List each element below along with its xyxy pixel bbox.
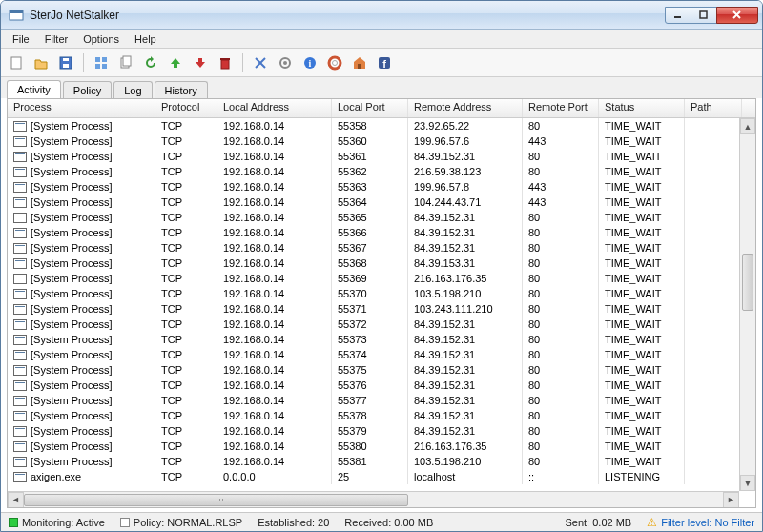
open-icon[interactable] <box>31 53 51 72</box>
minimize-button[interactable] <box>665 7 691 24</box>
table-row[interactable]: [System Process]TCP192.168.0.145536884.3… <box>8 256 755 271</box>
table-row[interactable]: [System Process]TCP192.168.0.145537884.3… <box>8 408 755 423</box>
scroll-down-icon[interactable]: ▼ <box>740 475 755 491</box>
table-row[interactable]: [System Process]TCP192.168.0.145537684.3… <box>8 378 755 393</box>
table-row[interactable]: [System Process]TCP192.168.0.1455360199.… <box>8 133 755 149</box>
table-row[interactable]: [System Process]TCP192.168.0.145536684.3… <box>8 225 755 240</box>
table-row[interactable]: [System Process]TCP192.168.0.145537384.3… <box>8 332 755 347</box>
scroll-right-icon[interactable]: ► <box>723 492 739 508</box>
table-row[interactable]: [System Process]TCP192.168.0.1455380216.… <box>8 439 755 454</box>
scroll-up-icon[interactable]: ▲ <box>740 118 755 134</box>
table-row[interactable]: [System Process]TCP192.168.0.1455363199.… <box>8 179 755 194</box>
svg-rect-6 <box>11 57 21 69</box>
new-icon[interactable] <box>7 53 26 72</box>
table-row[interactable]: [System Process]TCP192.168.0.145537784.3… <box>8 393 755 408</box>
table-row[interactable]: [System Process]TCP192.168.0.145537584.3… <box>8 362 755 378</box>
scroll-thumb[interactable] <box>24 494 408 506</box>
svg-rect-19 <box>220 58 230 60</box>
table-row[interactable]: [System Process]TCP192.168.0.145535823.9… <box>8 118 755 133</box>
process-icon <box>13 243 27 254</box>
vertical-scrollbar[interactable]: ▲ ▼ <box>739 118 755 491</box>
table-row[interactable]: [System Process]TCP192.168.0.1455362216.… <box>8 164 755 179</box>
table-row[interactable]: [System Process]TCP192.168.0.145537484.3… <box>8 347 755 362</box>
horizontal-scrollbar[interactable]: ◄ ► <box>8 491 739 507</box>
menu-file[interactable]: File <box>5 31 37 47</box>
scroll-left-icon[interactable]: ◄ <box>8 492 24 508</box>
svg-text:f: f <box>382 58 386 70</box>
col-local-address[interactable]: Local Address <box>217 99 332 117</box>
process-icon <box>13 258 27 269</box>
col-process[interactable]: Process <box>8 99 155 117</box>
warning-icon: ⚠ <box>647 516 657 529</box>
home-icon[interactable] <box>350 53 369 72</box>
svg-rect-15 <box>123 56 131 66</box>
process-icon <box>13 121 27 132</box>
lifebuoy-icon[interactable] <box>325 53 344 72</box>
svg-rect-18 <box>221 60 229 69</box>
table-row[interactable]: [System Process]TCP192.168.0.1455364104.… <box>8 194 755 210</box>
tab-log[interactable]: Log <box>113 81 152 99</box>
svg-rect-12 <box>95 64 100 69</box>
table-row[interactable]: [System Process]TCP192.168.0.145537284.3… <box>8 317 755 332</box>
facebook-icon[interactable]: f <box>375 53 394 72</box>
process-icon <box>13 426 27 437</box>
col-remote-port[interactable]: Remote Port <box>523 99 599 117</box>
process-icon <box>13 167 27 177</box>
save-icon[interactable] <box>56 53 75 72</box>
menu-help[interactable]: Help <box>127 31 164 47</box>
info-icon[interactable]: i <box>300 53 320 72</box>
window-buttons <box>666 7 758 24</box>
monitoring-indicator-icon <box>9 518 18 527</box>
table-row[interactable]: axigen.exeTCP0.0.0.025localhost::LISTENI… <box>8 469 755 484</box>
close-button[interactable] <box>716 7 758 24</box>
svg-rect-28 <box>358 64 361 69</box>
arrow-down-icon[interactable] <box>191 53 210 72</box>
arrow-up-icon[interactable] <box>166 53 185 72</box>
col-status[interactable]: Status <box>599 99 685 117</box>
tab-activity[interactable]: Activity <box>7 80 61 99</box>
delete-icon[interactable] <box>216 53 235 72</box>
sent-text: Sent: 0.02 MB <box>565 517 631 528</box>
svg-rect-1 <box>10 10 23 13</box>
process-icon <box>13 228 27 238</box>
copy-icon[interactable] <box>116 53 135 72</box>
col-protocol[interactable]: Protocol <box>155 99 217 117</box>
tab-policy[interactable]: Policy <box>63 81 112 99</box>
maximize-button[interactable] <box>691 7 717 24</box>
svg-rect-8 <box>63 64 69 68</box>
table-row[interactable]: [System Process]TCP192.168.0.145536584.3… <box>8 210 755 225</box>
svg-rect-13 <box>102 64 107 69</box>
grid-icon[interactable] <box>92 53 111 72</box>
settings-icon[interactable] <box>276 53 295 72</box>
tab-history[interactable]: History <box>155 81 208 99</box>
status-bar: Monitoring: Active Policy: NORMAL.RLSP E… <box>1 512 762 531</box>
menu-filter[interactable]: Filter <box>37 31 75 47</box>
menu-bar: File Filter Options Help <box>1 30 762 49</box>
process-icon <box>13 274 27 284</box>
col-remote-address[interactable]: Remote Address <box>408 99 523 117</box>
refresh-icon[interactable] <box>141 53 160 72</box>
monitoring-text: Monitoring: Active <box>22 517 105 528</box>
table-row[interactable]: [System Process]TCP192.168.0.1455371103.… <box>8 301 755 317</box>
table-body[interactable]: [System Process]TCP192.168.0.145535823.9… <box>8 118 755 488</box>
kill-process-icon[interactable] <box>251 53 270 72</box>
col-local-port[interactable]: Local Port <box>332 99 408 117</box>
scroll-thumb[interactable] <box>742 254 753 311</box>
status-policy: Policy: NORMAL.RLSP <box>113 513 250 531</box>
table-row[interactable]: [System Process]TCP192.168.0.145536184.3… <box>8 149 755 164</box>
status-sent: Sent: 0.02 MB <box>557 513 639 531</box>
svg-rect-16 <box>174 63 177 68</box>
svg-rect-3 <box>700 11 707 18</box>
process-icon <box>13 396 27 406</box>
table-row[interactable]: [System Process]TCP192.168.0.1455381103.… <box>8 454 755 469</box>
menu-options[interactable]: Options <box>75 31 127 47</box>
status-established: Established: 20 <box>250 513 337 531</box>
status-monitoring: Monitoring: Active <box>1 513 113 531</box>
table-row[interactable]: [System Process]TCP192.168.0.145536784.3… <box>8 240 755 256</box>
table-row[interactable]: [System Process]TCP192.168.0.1455369216.… <box>8 271 755 286</box>
col-path[interactable]: Path <box>685 99 742 117</box>
process-icon <box>13 182 27 193</box>
table-row[interactable]: [System Process]TCP192.168.0.145537984.3… <box>8 423 755 439</box>
process-icon <box>13 136 27 147</box>
table-row[interactable]: [System Process]TCP192.168.0.1455370103.… <box>8 286 755 301</box>
